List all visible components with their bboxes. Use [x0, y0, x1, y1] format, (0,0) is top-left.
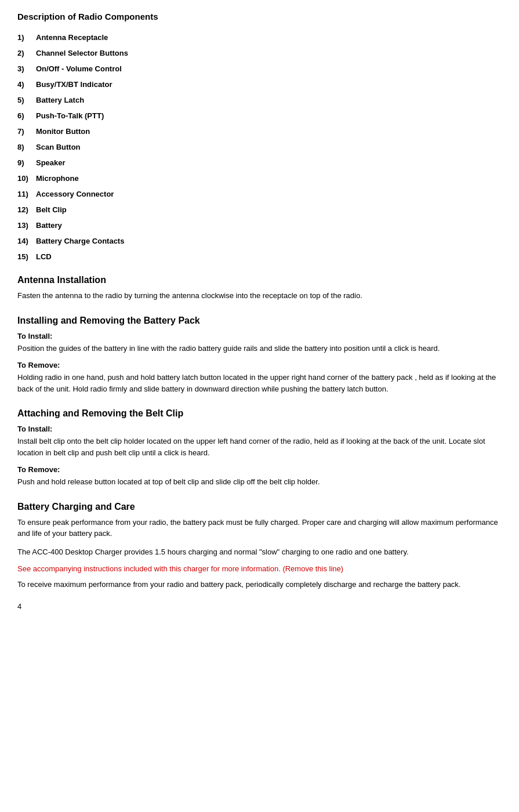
list-item-number: 14) — [17, 237, 36, 245]
paragraph: To ensure peak performance from your rad… — [17, 517, 502, 539]
list-item-number: 6) — [17, 111, 36, 120]
list-item: 14)Battery Charge Contacts — [17, 237, 502, 245]
sub-heading: To Install: — [17, 425, 502, 433]
list-item-label: Scan Button — [36, 143, 81, 151]
section-antenna-installation: Antenna InstallationFasten the antenna t… — [17, 275, 502, 302]
page-title: Description of Radio Components — [17, 12, 502, 21]
list-item: 2)Channel Selector Buttons — [17, 49, 502, 57]
list-item: 6)Push-To-Talk (PTT) — [17, 111, 502, 120]
list-item-label: Belt Clip — [36, 205, 67, 214]
paragraph: Push and hold release button located at … — [17, 476, 502, 488]
list-item: 1)Antenna Receptacle — [17, 33, 502, 42]
list-item-number: 9) — [17, 158, 36, 167]
paragraph: Position the guides of the battery in li… — [17, 343, 502, 354]
paragraph: To receive maximum performance from your… — [17, 579, 502, 590]
list-item-number: 2) — [17, 49, 36, 57]
section-heading: Battery Charging and Care — [17, 502, 502, 512]
section-battery-charging: Battery Charging and CareTo ensure peak … — [17, 502, 502, 590]
list-item-number: 3) — [17, 64, 36, 73]
list-item: 11)Accessory Connector — [17, 190, 502, 198]
list-item-label: Busy/TX/BT Indicator — [36, 80, 112, 89]
list-item: 3)On/Off - Volume Control — [17, 64, 502, 73]
list-item-label: Battery Charge Contacts — [36, 237, 124, 245]
list-item-number: 12) — [17, 205, 36, 214]
list-item-label: Antenna Receptacle — [36, 33, 108, 42]
list-item: 10)Microphone — [17, 174, 502, 183]
list-item: 9)Speaker — [17, 158, 502, 167]
sections-container: Antenna InstallationFasten the antenna t… — [17, 275, 502, 590]
list-item-label: Push-To-Talk (PTT) — [36, 111, 104, 120]
list-item-number: 1) — [17, 33, 36, 42]
list-item-number: 11) — [17, 190, 36, 198]
page-number: 4 — [17, 602, 502, 611]
sub-heading: To Remove: — [17, 465, 502, 474]
list-item: 12)Belt Clip — [17, 205, 502, 214]
list-item-number: 8) — [17, 143, 36, 151]
sub-heading: To Install: — [17, 332, 502, 340]
section-heading: Attaching and Removing the Belt Clip — [17, 408, 502, 419]
paragraph: Fasten the antenna to the radio by turni… — [17, 290, 502, 302]
section-heading: Installing and Removing the Battery Pack — [17, 316, 502, 326]
red-paragraph: See accompanying instructions included w… — [17, 564, 502, 573]
list-item: 5)Battery Latch — [17, 96, 502, 104]
paragraph: The ACC-400 Desktop Charger provides 1.5… — [17, 546, 502, 558]
section-installing-battery: Installing and Removing the Battery Pack… — [17, 316, 502, 395]
list-item-number: 15) — [17, 252, 36, 261]
numbered-list: 1)Antenna Receptacle2)Channel Selector B… — [17, 33, 502, 261]
paragraph: Holding radio in one hand, push and hold… — [17, 372, 502, 394]
section-attaching-belt-clip: Attaching and Removing the Belt ClipTo I… — [17, 408, 502, 488]
list-item-number: 10) — [17, 174, 36, 183]
list-item-number: 4) — [17, 80, 36, 89]
list-item: 8)Scan Button — [17, 143, 502, 151]
list-item-label: Accessory Connector — [36, 190, 114, 198]
paragraph: Install belt clip onto the belt clip hol… — [17, 436, 502, 458]
list-item: 15)LCD — [17, 252, 502, 261]
list-item-number: 5) — [17, 96, 36, 104]
list-item: 7)Monitor Button — [17, 127, 502, 136]
list-item-label: On/Off - Volume Control — [36, 64, 122, 73]
sub-heading: To Remove: — [17, 361, 502, 369]
list-item-label: Battery — [36, 221, 62, 230]
list-item-label: LCD — [36, 252, 52, 261]
list-item-label: Monitor Button — [36, 127, 90, 136]
list-item: 4)Busy/TX/BT Indicator — [17, 80, 502, 89]
section-heading: Antenna Installation — [17, 275, 502, 285]
list-item-label: Speaker — [36, 158, 66, 167]
list-item-label: Channel Selector Buttons — [36, 49, 128, 57]
list-item-number: 7) — [17, 127, 36, 136]
list-item-number: 13) — [17, 221, 36, 230]
list-item-label: Microphone — [36, 174, 79, 183]
list-item-label: Battery Latch — [36, 96, 84, 104]
list-item: 13)Battery — [17, 221, 502, 230]
